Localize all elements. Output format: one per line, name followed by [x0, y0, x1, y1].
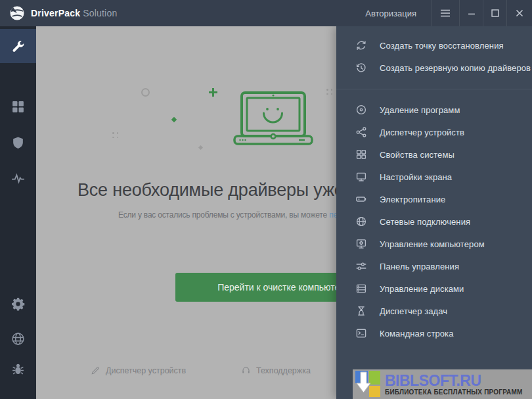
headset-icon [241, 365, 251, 375]
command-prompt-icon [355, 327, 367, 339]
watermark-subtitle: БИБЛИОТЕКА БЕСПЛАТНЫХ ПРОГРАММ [385, 388, 523, 396]
menu-item-task-manager[interactable]: Диспетчер задач [336, 300, 532, 322]
menu-separator [336, 89, 532, 89]
sidebar [0, 26, 36, 399]
deco-plus [209, 88, 217, 97]
system-properties-icon [355, 149, 367, 160]
restore-point-icon [355, 39, 367, 51]
title-bar: DriverPackSolution Авторизация [0, 0, 532, 26]
deco-dots [326, 89, 332, 95]
device-manager-icon [355, 126, 367, 138]
menu-item-network-connections[interactable]: Сетевые подключения [336, 210, 532, 233]
disk-management-icon [355, 283, 367, 294]
sidebar-item-diagnostics[interactable] [0, 161, 36, 195]
maximize-icon [489, 7, 501, 20]
network-connections-icon [355, 216, 367, 227]
wrench-icon [11, 39, 25, 53]
computer-management-icon [355, 238, 367, 250]
menu-item-uninstall-programs[interactable]: Удаление программ [336, 99, 532, 121]
driver-backup-icon [355, 62, 367, 74]
system-tools-menu: Создать точку восстановления Создать рез… [336, 26, 532, 399]
deco-dots [112, 132, 118, 138]
sidebar-item-security[interactable] [0, 126, 36, 160]
close-icon [514, 7, 525, 20]
globe-icon [11, 332, 25, 346]
app-title-light: Solution [83, 8, 117, 18]
bug-icon [11, 362, 25, 376]
sidebar-item-software[interactable] [0, 89, 36, 124]
pulse-icon [11, 172, 25, 185]
watermark-title: BIBLSOFT.RU [385, 373, 523, 388]
minimize-button[interactable] [459, 0, 483, 26]
driverpack-window: DriverPackSolution Авторизация [0, 0, 532, 399]
menu-item-restore-point[interactable]: Создать точку восстановления [336, 34, 532, 57]
grid-icon [11, 100, 25, 114]
maximize-button[interactable] [483, 0, 506, 26]
minimize-icon [466, 7, 477, 20]
footer-support-link[interactable]: Техподдержка [241, 365, 311, 375]
power-options-icon [355, 193, 367, 205]
display-settings-icon [355, 171, 367, 183]
pencil-icon [91, 365, 100, 375]
menu-item-device-manager[interactable]: Диспетчер устройств [336, 121, 532, 143]
watermark-banner: BIBLSOFT.RU БИБЛИОТЕКА БЕСПЛАТНЫХ ПРОГРА… [353, 369, 532, 399]
menu-item-power-options[interactable]: Электропитание [336, 188, 532, 210]
menu-item-driver-backup[interactable]: Создать резервную копию драйверов [336, 57, 532, 79]
task-manager-icon [355, 305, 367, 317]
deco-diamond-gray [198, 145, 203, 150]
menu-item-computer-management[interactable]: Управление компьютером [336, 233, 532, 255]
sidebar-item-drivers[interactable] [0, 29, 36, 63]
laptop-smile-icon [231, 88, 317, 149]
uninstall-programs-icon [355, 104, 367, 116]
menu-item-command-prompt[interactable]: Командная строка [336, 322, 532, 344]
authorization-button[interactable]: Авторизация [365, 9, 416, 18]
close-button[interactable] [506, 0, 532, 26]
footer-link-label: Диспетчер устройств [106, 366, 186, 375]
menu-item-system-properties[interactable]: Свойства системы [336, 143, 532, 166]
deco-diamond-green [171, 117, 177, 122]
menu-item-disk-management[interactable]: Управление дисками [336, 277, 532, 300]
download-arrow-logo [354, 370, 383, 398]
gear-icon [11, 297, 25, 311]
footer-device-manager-link[interactable]: Диспетчер устройств [91, 365, 186, 375]
hamburger-menu-button[interactable] [431, 0, 459, 26]
driverpack-logo-icon [9, 5, 25, 21]
menu-item-display-settings[interactable]: Настройки экрана [336, 166, 532, 188]
shield-icon [11, 136, 25, 150]
app-title: DriverPackSolution [31, 8, 117, 18]
sidebar-item-settings[interactable] [0, 287, 36, 321]
sidebar-item-bug-report[interactable] [0, 352, 36, 386]
sidebar-item-language[interactable] [0, 321, 36, 356]
subtext-prefix: Если у вас остались проблемы с устройств… [118, 210, 329, 220]
hamburger-icon [438, 7, 453, 20]
app-title-bold: DriverPack [31, 8, 80, 18]
footer-link-label: Техподдержка [256, 366, 311, 375]
menu-item-control-panel[interactable]: Панель управления [336, 255, 532, 277]
deco-ring [141, 88, 150, 97]
control-panel-icon [355, 260, 367, 272]
